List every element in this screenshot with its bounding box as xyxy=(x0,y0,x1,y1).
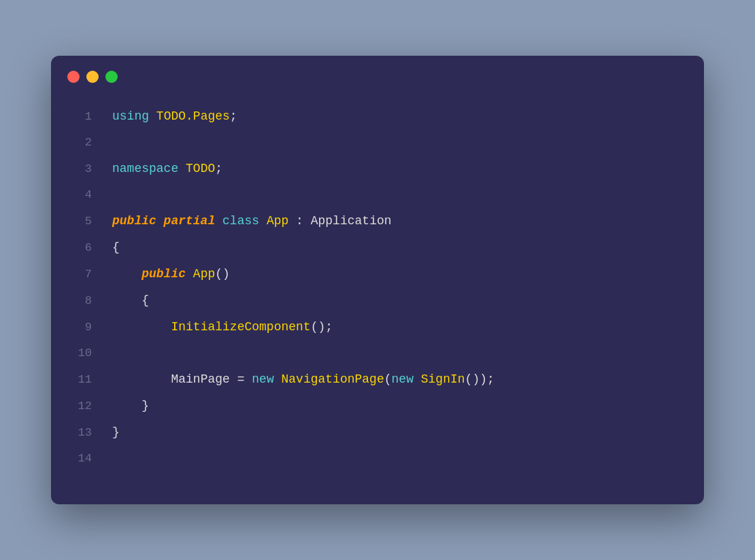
line-number: 10 xyxy=(65,340,92,366)
code-editor-window: 1 using TODO.Pages; 2 3 namespace TODO; … xyxy=(51,56,704,504)
code-line: 14 xyxy=(65,446,704,472)
line-number: 11 xyxy=(65,367,92,393)
line-number: 3 xyxy=(65,156,92,182)
line-number: 8 xyxy=(65,288,92,314)
line-number: 9 xyxy=(65,315,92,340)
close-button[interactable] xyxy=(67,71,80,83)
code-line: 1 using TODO.Pages; xyxy=(65,103,704,130)
line-number: 6 xyxy=(65,235,92,261)
code-line: 11 MainPage = new NavigationPage(new Sig… xyxy=(65,366,704,393)
line-number: 5 xyxy=(65,209,92,234)
line-number: 13 xyxy=(65,420,92,446)
code-line: 12 } xyxy=(65,393,704,419)
code-content: { xyxy=(112,287,149,313)
code-content: public App() xyxy=(112,261,230,287)
code-line: 10 xyxy=(65,340,704,366)
code-content: public partial class App : Application xyxy=(112,208,392,234)
code-content: namespace TODO; xyxy=(112,156,222,181)
titlebar xyxy=(51,56,704,97)
code-content: } xyxy=(112,393,149,419)
line-number: 2 xyxy=(65,130,92,156)
code-line: 4 xyxy=(65,182,704,208)
code-line: 6 { xyxy=(65,234,704,261)
code-content: } xyxy=(112,419,120,445)
code-line: 8 { xyxy=(65,287,704,314)
code-content: MainPage = new NavigationPage(new SignIn… xyxy=(112,366,494,392)
minimize-button[interactable] xyxy=(86,71,99,83)
code-line: 13 } xyxy=(65,419,704,446)
maximize-button[interactable] xyxy=(105,71,118,83)
code-line: 7 public App() xyxy=(65,261,704,287)
line-number: 12 xyxy=(65,393,92,419)
code-content: using TODO.Pages; xyxy=(112,103,237,129)
code-line: 3 namespace TODO; xyxy=(65,156,704,182)
line-number: 7 xyxy=(65,262,92,287)
code-line: 9 InitializeComponent(); xyxy=(65,314,704,340)
code-area: 1 using TODO.Pages; 2 3 namespace TODO; … xyxy=(51,97,704,478)
line-number: 14 xyxy=(65,446,92,472)
code-content: InitializeComponent(); xyxy=(112,314,333,340)
code-line: 5 public partial class App : Application xyxy=(65,208,704,234)
code-content: { xyxy=(112,234,120,260)
line-number: 4 xyxy=(65,182,92,208)
code-line: 2 xyxy=(65,130,704,156)
line-number: 1 xyxy=(65,104,92,130)
